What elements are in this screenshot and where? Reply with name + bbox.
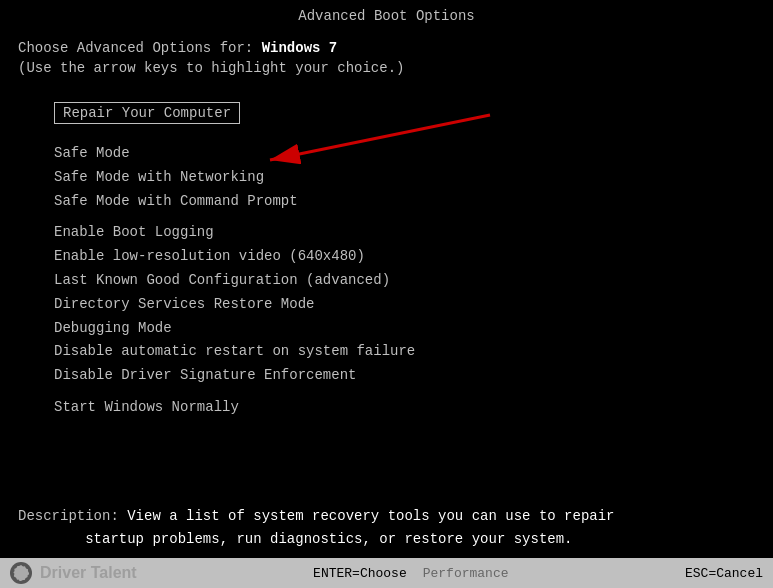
list-item[interactable]: Safe Mode bbox=[18, 142, 755, 166]
start-windows-normally-option[interactable]: Start Windows Normally bbox=[18, 396, 755, 420]
intro-line1: Choose Advanced Options for: Windows 7 bbox=[18, 40, 755, 56]
list-item[interactable]: Safe Mode with Command Prompt bbox=[18, 190, 755, 214]
list-item[interactable]: Disable automatic restart on system fail… bbox=[18, 340, 755, 364]
list-item[interactable]: Enable Boot Logging bbox=[18, 221, 755, 245]
menu-spacer bbox=[18, 213, 755, 221]
description-section: Description: View a list of system recov… bbox=[18, 505, 755, 550]
list-item[interactable]: Enable low-resolution video (640x480) bbox=[18, 245, 755, 269]
bottom-left-section: Driver Talent bbox=[10, 562, 137, 584]
driver-talent-label: Driver Talent bbox=[40, 564, 137, 582]
page-title: Advanced Boot Options bbox=[298, 8, 474, 24]
list-item[interactable]: Directory Services Restore Mode bbox=[18, 293, 755, 317]
menu-spacer bbox=[18, 388, 755, 396]
description-label: Description: bbox=[18, 508, 127, 524]
esc-cancel-label[interactable]: ESC=Cancel bbox=[685, 566, 763, 581]
list-item[interactable]: Safe Mode with Networking bbox=[18, 166, 755, 190]
performance-label: Performance bbox=[423, 566, 509, 581]
gear-icon bbox=[10, 562, 32, 584]
bottom-bar: Driver Talent ENTER=Choose Performance E… bbox=[0, 558, 773, 588]
intro-section: Choose Advanced Options for: Windows 7 (… bbox=[0, 30, 773, 94]
screen: Advanced Boot Options Choose Advanced Op… bbox=[0, 0, 773, 588]
list-item[interactable]: Last Known Good Configuration (advanced) bbox=[18, 269, 755, 293]
list-item[interactable]: Debugging Mode bbox=[18, 317, 755, 341]
intro-prefix: Choose Advanced Options for: bbox=[18, 40, 262, 56]
intro-os: Windows 7 bbox=[262, 40, 338, 56]
repair-your-computer-option[interactable]: Repair Your Computer bbox=[54, 102, 240, 124]
title-bar: Advanced Boot Options bbox=[0, 0, 773, 30]
intro-line2: (Use the arrow keys to highlight your ch… bbox=[18, 60, 755, 76]
bottom-center-section: ENTER=Choose Performance bbox=[313, 566, 508, 581]
list-item[interactable]: Disable Driver Signature Enforcement bbox=[18, 364, 755, 388]
menu-items: Safe Mode Safe Mode with Networking Safe… bbox=[0, 142, 773, 420]
enter-choose-label: ENTER=Choose bbox=[313, 566, 407, 581]
